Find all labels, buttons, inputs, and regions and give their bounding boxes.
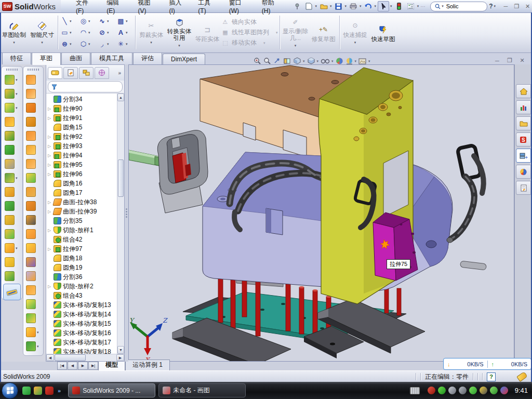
repair-sketch-button[interactable]: +✎ 修复草图 (310, 12, 338, 52)
restore-icon[interactable]: ❐ (512, 3, 521, 10)
expand-arrow-icon[interactable]: ▷ (48, 116, 52, 121)
toolbar-grip[interactable] (6, 69, 18, 71)
menu-item[interactable]: 视图(V) (132, 0, 162, 16)
health-shield-icon[interactable] (490, 387, 498, 394)
tree-item[interactable]: ▷ 圆角17 (46, 188, 117, 197)
shell-icon[interactable] (5, 201, 15, 211)
tree-item[interactable]: ▷ 实体-移动/复制16 (46, 328, 117, 338)
doc-restore-icon[interactable]: ❐ (505, 57, 514, 64)
sketch-tool[interactable]: ◠▾ (78, 27, 96, 38)
tree-item[interactable]: ▷ 拉伸92 (46, 132, 117, 141)
tree-item[interactable]: ▷ 分割34 (46, 95, 117, 104)
quick-launch-chevron[interactable]: » (58, 388, 61, 394)
sketch-tool[interactable]: ◞▾ (97, 38, 115, 50)
measure-button[interactable] (3, 284, 21, 300)
flex-icon[interactable] (26, 75, 36, 85)
options-list-icon[interactable] (406, 2, 416, 11)
move-entities-button[interactable]: ⬚移动实体▾ (221, 38, 278, 47)
wrap-icon[interactable] (26, 243, 36, 253)
freeform-icon[interactable] (26, 145, 36, 155)
sketch-tool[interactable]: ⊜▾ (60, 38, 77, 50)
tree-item[interactable]: ▷ 圆角16 (46, 179, 117, 188)
fillet-full-icon[interactable] (26, 299, 36, 309)
tree-filter[interactable] (48, 81, 123, 92)
custom-properties-tab[interactable] (516, 181, 531, 195)
menu-item[interactable]: 帮助(H) (256, 0, 287, 16)
ribbon-tab[interactable]: 曲面 (61, 52, 90, 64)
delete-body-icon[interactable] (5, 257, 15, 267)
scroll-thumb[interactable] (55, 354, 86, 361)
design-library-tab[interactable] (516, 100, 531, 114)
view-orientation-icon[interactable] (293, 57, 301, 65)
propertymanager-tab[interactable] (63, 67, 78, 79)
spline-handle-icon[interactable] (26, 341, 36, 351)
curve-icon[interactable] (5, 271, 15, 281)
first-tab-button[interactable]: |◀ (57, 362, 67, 370)
configurationmanager-tab[interactable] (79, 67, 94, 79)
feature-wizard-icon[interactable] (5, 159, 15, 169)
menu-item[interactable]: 编辑(E) (101, 0, 131, 16)
sketch-tool[interactable]: ⊘▾ (97, 27, 115, 38)
solidworks-search-tab[interactable]: S (516, 132, 531, 147)
help-icon[interactable]: ? (489, 3, 493, 10)
tree-item[interactable]: ▷ 实体-移动/复制15 (46, 319, 117, 328)
ribbon-tab[interactable]: DimXpert (163, 54, 205, 64)
ribbon-tab[interactable]: 评估 (133, 52, 162, 64)
display-style-icon[interactable] (307, 57, 315, 65)
insert-part-icon[interactable] (5, 243, 15, 253)
overflow-icon[interactable]: ⋯ (420, 4, 425, 9)
sketch-tool[interactable]: ▩▾ (116, 16, 134, 27)
undo-icon[interactable] (363, 2, 374, 11)
network-speed-widget[interactable]: ↓0KB/S ↑0KB/S (443, 358, 531, 370)
rapid-sketch-button[interactable]: 快速草图 (369, 12, 397, 52)
more-tabs-chevron[interactable]: » (118, 70, 123, 76)
fillet-icon[interactable] (5, 103, 15, 113)
search-input[interactable] (445, 3, 478, 10)
tree-item[interactable]: ▷ 分割36 (46, 272, 117, 282)
sync-blocked-icon[interactable] (500, 387, 508, 394)
file-explorer-tab[interactable] (516, 116, 531, 130)
scroll-left-icon[interactable]: ◀ (46, 354, 54, 361)
insert-part2-icon[interactable] (26, 327, 36, 337)
view-settings-icon[interactable] (358, 58, 367, 65)
close-icon[interactable]: ✕ (523, 3, 532, 10)
display-delete-button[interactable]: ✐ 显示/删除几...▾ (282, 12, 310, 52)
deform-icon[interactable] (26, 89, 36, 99)
cavity-block[interactable] (157, 130, 208, 213)
sketch-tool[interactable]: ◎▾ (78, 16, 96, 27)
menu-item[interactable]: 工具(T) (192, 0, 222, 16)
tree-item[interactable]: ▷ 实体-移动/复制13 (46, 300, 117, 310)
trim-entities-button[interactable]: ✂ 剪裁实体▾ (137, 12, 165, 52)
last-tab-button[interactable]: ▶| (88, 362, 98, 370)
antivirus-shield-icon[interactable] (428, 387, 435, 394)
scroll-thumb[interactable] (118, 159, 124, 197)
sketch-tool[interactable]: ⬡▾ (78, 38, 96, 50)
intersect-icon[interactable] (26, 271, 36, 281)
thicken-icon[interactable] (26, 187, 36, 197)
draft-icon[interactable] (5, 145, 15, 155)
boundary-icon[interactable] (26, 131, 36, 141)
move-copy-body-icon[interactable] (5, 229, 15, 239)
search-box[interactable]: ▾ (430, 2, 487, 11)
tree-item[interactable]: ▷ 圆角19 (46, 263, 117, 272)
featuremanager-tab[interactable] (48, 67, 62, 79)
planar-surface-icon[interactable] (26, 159, 36, 169)
sketch-tool[interactable]: ▭▾ (60, 27, 77, 38)
tree-item[interactable]: ▷ 实体-移动/复制14 (46, 310, 117, 319)
expand-arrow-icon[interactable]: ▷ (48, 153, 52, 158)
ribbon-tab[interactable]: 特征 (2, 52, 31, 64)
convert-entities-button[interactable]: 转换实体引用▾ (165, 12, 193, 52)
solidworks-icon[interactable] (45, 387, 54, 395)
messenger-icon[interactable] (22, 387, 31, 395)
dimxpertmanager-tab[interactable] (95, 67, 109, 79)
tree-item[interactable]: ▷ 拉伸96 (46, 169, 117, 179)
doc-close-icon[interactable]: ✕ (517, 57, 527, 64)
start-button[interactable] (2, 382, 18, 399)
expand-arrow-icon[interactable]: ▷ (48, 228, 52, 233)
section-view-icon[interactable] (283, 57, 291, 65)
delete-face-icon[interactable] (26, 215, 36, 225)
quick-tips-icon[interactable]: ? (487, 373, 496, 381)
split-line-icon[interactable] (26, 257, 36, 267)
tree-item[interactable]: ▷ 切除-放样1 (46, 225, 117, 235)
tree-item[interactable]: ▷ 拉伸97 (46, 244, 117, 254)
